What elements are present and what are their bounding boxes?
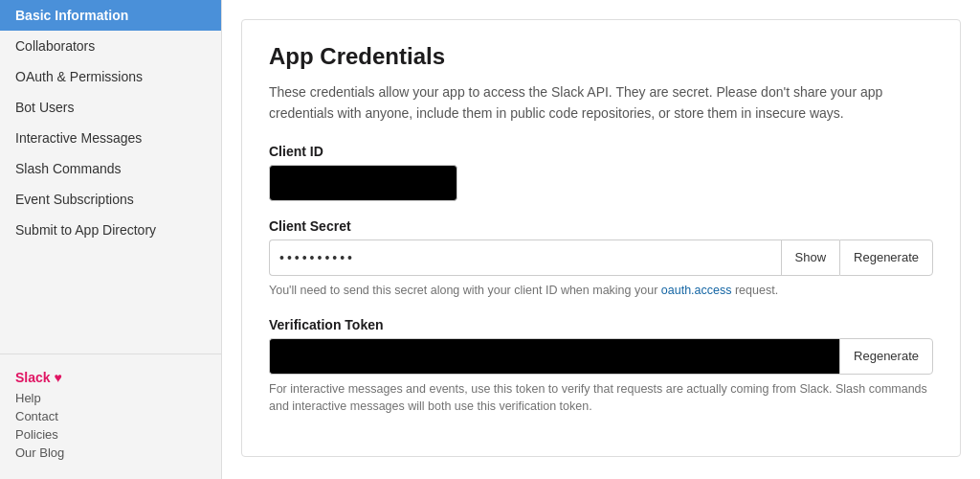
client-secret-group: Client Secret Show Regenerate You'll nee…	[269, 218, 933, 300]
sidebar-item-slash-commands[interactable]: Slash Commands	[0, 153, 221, 184]
verification-token-label: Verification Token	[269, 317, 933, 332]
regenerate-secret-button[interactable]: Regenerate	[839, 240, 933, 276]
verification-token-group: Verification Token Regenerate For intera…	[269, 317, 933, 417]
hint-suffix: request.	[731, 284, 778, 297]
client-id-group: Client ID	[269, 144, 933, 201]
sidebar-item-collaborators[interactable]: Collaborators	[0, 31, 221, 61]
client-secret-hint: You'll need to send this secret along wi…	[269, 282, 933, 300]
main-content: App Credentials These credentials allow …	[222, 0, 980, 479]
client-secret-row: Show Regenerate	[269, 240, 933, 276]
footer-link-our-blog[interactable]: Our Blog	[15, 445, 206, 460]
card-title: App Credentials	[269, 43, 933, 70]
sidebar-nav: Basic InformationCollaboratorsOAuth & Pe…	[0, 0, 221, 334]
sidebar: Basic InformationCollaboratorsOAuth & Pe…	[0, 0, 222, 479]
slack-brand-label: Slack	[15, 370, 51, 385]
sidebar-item-submit-to-app-directory[interactable]: Submit to App Directory	[0, 215, 221, 245]
sidebar-item-event-subscriptions[interactable]: Event Subscriptions	[0, 184, 221, 215]
sidebar-item-oauth-permissions[interactable]: OAuth & Permissions	[0, 61, 221, 92]
footer-link-help[interactable]: Help	[15, 391, 206, 405]
sidebar-footer: Slack ♥ HelpContactPoliciesOur Blog	[0, 354, 221, 479]
show-secret-button[interactable]: Show	[781, 240, 840, 276]
oauth-access-link[interactable]: oauth.access	[661, 284, 732, 297]
verification-token-input[interactable]	[269, 338, 839, 375]
sidebar-item-bot-users[interactable]: Bot Users	[0, 92, 221, 123]
verification-token-row: Regenerate	[269, 338, 933, 375]
regenerate-token-button[interactable]: Regenerate	[839, 338, 933, 375]
card-description: These credentials allow your app to acce…	[269, 81, 933, 125]
client-secret-label: Client Secret	[269, 218, 933, 234]
footer-link-policies[interactable]: Policies	[15, 427, 206, 442]
verification-token-hint: For interactive messages and events, use…	[269, 380, 933, 417]
client-id-input[interactable]	[269, 165, 457, 201]
app-credentials-card: App Credentials These credentials allow …	[241, 19, 961, 457]
sidebar-item-basic-information[interactable]: Basic Information	[0, 0, 221, 31]
slack-brand: Slack ♥	[15, 370, 206, 385]
client-secret-input[interactable]	[269, 240, 781, 276]
sidebar-item-interactive-messages[interactable]: Interactive Messages	[0, 123, 221, 153]
footer-link-contact[interactable]: Contact	[15, 409, 206, 423]
client-id-label: Client ID	[269, 144, 933, 159]
heart-icon: ♥	[55, 370, 62, 385]
hint-prefix: You'll need to send this secret along wi…	[269, 284, 661, 297]
